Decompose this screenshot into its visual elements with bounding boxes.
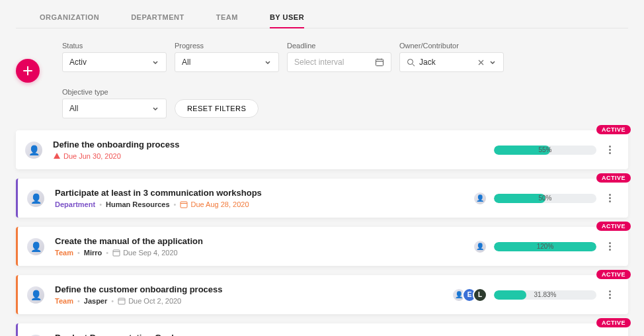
filter-objective-label: Objective type [62, 88, 167, 96]
contributor-avatars: 👤 [477, 191, 487, 206]
owner-avatar: 👤 [27, 286, 44, 304]
due-date: Due Aug 28, 2020 [180, 200, 249, 208]
filter-deadline-label: Deadline [287, 42, 391, 50]
progress-bar: 55% [494, 146, 596, 155]
objective-title: Define the onboarding process [53, 140, 494, 149]
status-badge: ACTIVE [596, 125, 631, 134]
filter-owner: Owner/Contributor Jack [399, 42, 504, 72]
progress-label: 120% [494, 242, 596, 251]
plus-icon [22, 65, 33, 76]
filter-status: Status Activ [62, 42, 167, 72]
contributor-avatar: 👤 [473, 239, 487, 254]
owner-select[interactable]: Jack [399, 52, 504, 72]
clear-icon[interactable] [477, 59, 485, 66]
warn-icon [53, 152, 61, 160]
status-badge: ACTIVE [596, 222, 631, 231]
progress-bar: 31.83% [494, 290, 596, 300]
deadline-placeholder: Select interval [294, 58, 344, 67]
objective-title: Product Documentation Goal [55, 333, 477, 336]
objective-card[interactable]: ACTIVE👤Product Documentation GoalDepartm… [16, 323, 628, 336]
card-main: Product Documentation GoalDepartment•Qua… [55, 333, 477, 336]
separator-dot: • [106, 249, 108, 257]
scope-name: Jasper [84, 297, 107, 305]
chevron-down-icon [264, 58, 272, 66]
contributor-avatar: L [473, 288, 487, 302]
contributor-avatars: 👤EL [456, 288, 487, 302]
svg-rect-2 [181, 202, 187, 208]
svg-rect-4 [118, 298, 125, 304]
card-main: Define the customer onboarding processTe… [55, 284, 456, 305]
scope-name: Human Resources [106, 200, 170, 208]
calendar-icon [375, 58, 384, 67]
tab-team[interactable]: TEAM [216, 7, 238, 28]
objective-card[interactable]: ACTIVE👤Define the customer onboarding pr… [16, 275, 628, 314]
progress-label: 55% [494, 146, 596, 155]
contributor-avatar: 👤 [473, 191, 487, 206]
objectives-list: ACTIVE👤Define the onboarding processDue … [16, 130, 628, 336]
objective-card[interactable]: ACTIVE👤Participate at least in 3 communi… [16, 179, 628, 218]
calendar-icon [118, 297, 126, 305]
filter-progress-label: Progress [175, 42, 279, 50]
status-select[interactable]: Activ [62, 52, 167, 72]
filter-status-label: Status [62, 42, 167, 50]
progress-label: 31.83% [494, 290, 596, 300]
filter-progress: Progress All [175, 42, 279, 72]
objective-title: Define the customer onboarding process [55, 284, 456, 294]
progress-bar: 120% [494, 242, 596, 251]
owner-value: Jack [419, 58, 473, 67]
objective-meta: Due Jun 30, 2020 [53, 152, 494, 160]
svg-point-1 [408, 59, 413, 64]
objective-title: Create the manual of the application [55, 236, 477, 246]
card-right: 👤50% [477, 191, 616, 206]
owner-avatar: 👤 [27, 238, 44, 255]
card-main: Define the onboarding processDue Jun 30,… [53, 140, 494, 160]
scope-name: Mirro [84, 249, 102, 257]
objective-meta: Team•Jasper•Due Oct 2, 2020 [55, 297, 456, 305]
tab-department[interactable]: DEPARTMENT [131, 7, 184, 28]
status-badge: ACTIVE [596, 318, 631, 327]
progress-select[interactable]: All [175, 52, 279, 72]
card-right: 55% [494, 146, 616, 155]
filter-deadline: Deadline Select interval [287, 42, 391, 72]
tab-by-user[interactable]: BY USER [270, 7, 304, 28]
kebab-menu[interactable] [603, 146, 616, 154]
progress-value: All [182, 58, 190, 67]
kebab-menu[interactable] [603, 290, 616, 299]
scope-label: Department [55, 200, 95, 208]
objective-card[interactable]: ACTIVE👤Define the onboarding processDue … [16, 130, 628, 169]
scope-label: Team [55, 297, 73, 305]
status-badge: ACTIVE [596, 173, 631, 183]
objective-value: All [69, 104, 78, 113]
filter-owner-label: Owner/Contributor [399, 42, 504, 50]
objective-meta: Department•Human Resources•Due Aug 28, 2… [55, 200, 477, 208]
kebab-menu[interactable] [603, 194, 616, 202]
card-main: Participate at least in 3 communication … [55, 188, 477, 208]
tabs: ORGANIZATION DEPARTMENT TEAM BY USER [16, 7, 628, 28]
svg-rect-0 [376, 60, 383, 66]
card-right: 👤120% [477, 239, 616, 254]
search-icon [407, 58, 415, 67]
chevron-down-icon [151, 58, 159, 66]
due-date: Due Sep 4, 2020 [112, 249, 178, 257]
filter-objective: Objective type All [62, 88, 167, 118]
owner-avatar: 👤 [27, 190, 44, 207]
status-badge: ACTIVE [596, 270, 631, 279]
card-main: Create the manual of the applicationTeam… [55, 236, 477, 257]
chevron-down-icon [489, 58, 497, 66]
objective-card[interactable]: ACTIVE👤Create the manual of the applicat… [16, 227, 628, 266]
kebab-menu[interactable] [603, 242, 616, 251]
status-value: Activ [69, 58, 87, 67]
objective-title: Participate at least in 3 communication … [55, 188, 477, 198]
add-button[interactable] [16, 59, 40, 83]
tab-organization[interactable]: ORGANIZATION [40, 7, 99, 28]
deadline-select[interactable]: Select interval [287, 52, 391, 72]
calendar-icon [112, 249, 120, 257]
separator-dot: • [99, 200, 102, 208]
scope-label: Team [55, 249, 73, 257]
filters-row: Status Activ Progress All Deadline Selec… [16, 42, 628, 118]
card-right: 👤EL31.83% [456, 288, 616, 302]
reset-filters-button[interactable]: RESET FILTERS [175, 99, 259, 118]
separator-dot: • [111, 297, 114, 305]
objective-meta: Team•Mirro•Due Sep 4, 2020 [55, 249, 477, 257]
objective-select[interactable]: All [62, 99, 167, 118]
